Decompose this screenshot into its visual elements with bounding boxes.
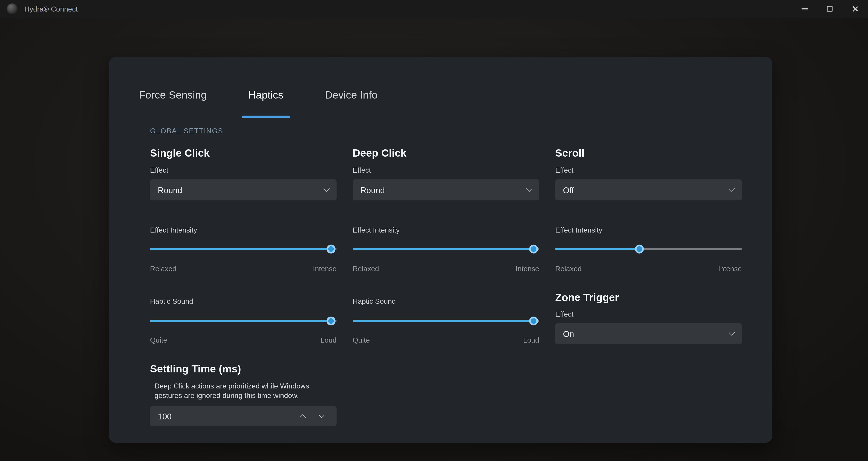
window-controls (792, 0, 868, 18)
range-max-label: Intense (313, 265, 337, 273)
deep-click-title: Deep Click (352, 147, 539, 159)
effect-label: Effect (150, 166, 337, 175)
chevron-up-icon (300, 414, 306, 421)
range-max-label: Loud (320, 336, 337, 344)
range-min-label: Relaxed (150, 265, 177, 273)
maximize-button[interactable] (817, 0, 843, 18)
active-tab-indicator (242, 116, 290, 118)
minimize-icon (801, 8, 807, 9)
intensity-range-labels: Relaxed Intense (555, 265, 742, 273)
settling-time-stepper (150, 406, 337, 426)
sound-label: Haptic Sound (150, 297, 337, 306)
deep-click-intensity-slider[interactable] (352, 245, 539, 253)
range-min-label: Relaxed (352, 265, 379, 273)
decrement-button[interactable] (312, 406, 331, 426)
chevron-down-icon (729, 330, 735, 336)
zone-trigger-title: Zone Trigger (555, 292, 742, 304)
single-click-intensity-slider[interactable] (150, 245, 337, 253)
single-click-title: Single Click (150, 147, 337, 159)
range-max-label: Intense (516, 265, 539, 273)
effect-label: Effect (352, 166, 539, 175)
titlebar: Hydra® Connect (0, 0, 868, 18)
single-click-effect-select[interactable]: Round (150, 179, 337, 200)
chevron-down-icon (729, 186, 735, 192)
tab-force-sensing[interactable]: Force Sensing (139, 89, 207, 118)
app-logo-icon (6, 3, 18, 14)
deep-click-effect-select[interactable]: Round (352, 179, 539, 200)
settling-time-description: Deep Click actions are prioritized while… (150, 381, 325, 400)
zone-trigger-effect-select[interactable]: On (555, 323, 742, 344)
intensity-label: Effect Intensity (150, 226, 337, 234)
section-header: GLOBAL SETTINGS (150, 127, 742, 135)
sound-range-labels: Quite Loud (352, 336, 539, 344)
scroll-title: Scroll (555, 147, 742, 159)
select-value: Off (563, 185, 574, 194)
effect-label: Effect (555, 166, 742, 175)
close-icon (852, 5, 859, 12)
slider-thumb[interactable] (529, 316, 538, 326)
sound-range-labels: Quite Loud (150, 336, 337, 344)
select-value: Round (360, 185, 385, 194)
slider-fill (150, 248, 331, 250)
tab-device-info[interactable]: Device Info (325, 89, 377, 118)
chevron-down-icon (526, 186, 532, 192)
tab-haptics[interactable]: Haptics (248, 89, 283, 118)
sound-label: Haptic Sound (352, 297, 539, 306)
settings-card: Force Sensing Haptics Device Info GLOBAL… (109, 57, 772, 443)
effect-label: Effect (555, 310, 742, 318)
intensity-range-labels: Relaxed Intense (150, 265, 337, 273)
tab-haptics-label: Haptics (248, 89, 283, 100)
close-button[interactable] (842, 0, 868, 18)
deep-click-sound-slider[interactable] (352, 316, 539, 326)
single-click-column: Single Click Effect Round Effect Intensi… (150, 147, 337, 426)
slider-fill (352, 320, 534, 322)
maximize-icon (827, 6, 833, 11)
select-value: On (563, 329, 574, 339)
increment-button[interactable] (293, 406, 312, 426)
chevron-down-icon (323, 186, 330, 192)
single-click-sound-slider[interactable] (150, 316, 337, 326)
scroll-effect-select[interactable]: Off (555, 179, 742, 200)
slider-thumb[interactable] (327, 316, 336, 326)
slider-thumb[interactable] (529, 245, 538, 253)
select-value: Round (158, 185, 182, 194)
app-window: Hydra® Connect Force Sensing Haptics Dev… (0, 0, 868, 461)
range-min-label: Quite (150, 336, 167, 344)
slider-fill (555, 248, 639, 250)
chevron-down-icon (318, 412, 325, 418)
range-max-label: Loud (523, 336, 539, 344)
tab-bar: Force Sensing Haptics Device Info (139, 89, 742, 118)
intensity-label: Effect Intensity (352, 226, 539, 234)
scroll-column: Scroll Effect Off Effect Intensity Relax… (555, 147, 742, 426)
slider-fill (150, 320, 331, 322)
scroll-intensity-slider[interactable] (555, 245, 742, 253)
intensity-range-labels: Relaxed Intense (352, 265, 539, 273)
minimize-button[interactable] (792, 0, 817, 18)
settling-time-input[interactable] (158, 411, 293, 421)
deep-click-column: Deep Click Effect Round Effect Intensity… (352, 147, 539, 426)
settings-columns: Single Click Effect Round Effect Intensi… (150, 147, 742, 426)
app-title: Hydra® Connect (24, 5, 78, 13)
range-min-label: Quite (352, 336, 370, 344)
slider-thumb[interactable] (327, 245, 336, 253)
slider-thumb[interactable] (635, 245, 644, 253)
slider-fill (352, 248, 534, 250)
range-max-label: Intense (718, 265, 742, 273)
range-min-label: Relaxed (555, 265, 582, 273)
intensity-label: Effect Intensity (555, 226, 742, 234)
settling-time-title: Settling Time (ms) (150, 363, 337, 375)
